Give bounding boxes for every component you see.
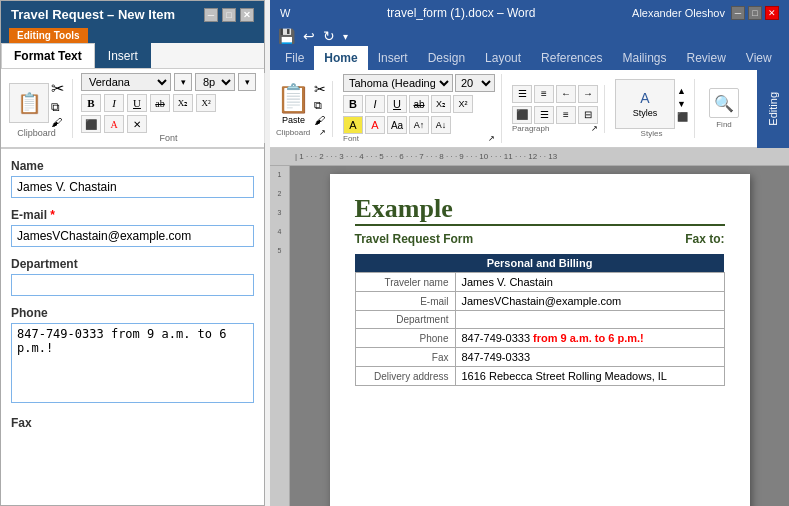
clear-format-button[interactable]: ✕ [127,115,147,133]
styles-down-icon[interactable]: ▼ [677,99,688,109]
tab-home[interactable]: Home [314,46,367,70]
doc-table: Personal and Billing Traveler name James… [355,254,725,386]
table-header: Personal and Billing [355,254,724,273]
minimize-button[interactable]: ─ [204,8,218,22]
word-strike-btn[interactable]: ab [409,95,429,113]
bullets-btn[interactable]: ☰ [512,85,532,103]
word-font-name-select[interactable]: Tahoma (Headings) [343,74,453,92]
align-right-btn[interactable]: ≡ [556,106,576,124]
word-copy-icon[interactable]: ⧉ [314,99,326,112]
email-input[interactable] [11,225,254,247]
tab-file[interactable]: File [275,46,314,70]
font-expand-icon[interactable]: ↗ [488,134,495,143]
tab-insert[interactable]: Insert [368,46,418,70]
department-input[interactable] [11,274,254,296]
delivery-value: 1616 Rebecca Street Rolling Meadows, IL [455,367,724,386]
strikethrough-button[interactable]: ab [150,94,170,112]
editing-badge[interactable]: Editing [761,88,785,130]
traveler-label: Traveler name [355,273,455,292]
word-shrink-btn[interactable]: A↓ [431,116,451,134]
redo-icon[interactable]: ↻ [323,28,335,44]
word-sub-btn[interactable]: X₂ [431,95,451,113]
email-field: E-mail * [11,208,254,247]
para-row1: ☰ ≡ ← → [512,85,598,103]
word-font-label: Font [343,134,359,143]
size-expand-icon[interactable]: ▾ [238,73,256,91]
word-aa-btn[interactable]: Aa [387,116,407,134]
indent-btn[interactable]: → [578,85,598,103]
font-name-select[interactable]: Verdana [81,73,171,91]
phone-textarea[interactable]: 847-749-0333 from 9 a.m. to 6 p.m.! [11,323,254,403]
word-format-painter-icon[interactable]: 🖌 [314,114,326,126]
ribbon-content: 📋 ✂ ⧉ 🖌 Clipboard Verdana ▾ [1,69,264,148]
email-required-marker: * [50,208,55,222]
font-color-button[interactable]: A [104,115,124,133]
para-row2: ⬛ ☰ ≡ ⊟ [512,106,598,124]
maximize-button[interactable]: □ [222,8,236,22]
word-highlight-btn[interactable]: A [343,116,363,134]
font-size-select[interactable]: 8pt [195,73,235,91]
font-size-expand-icon[interactable]: ▾ [174,73,192,91]
styles-arrows: ▲ ▼ ⬛ [677,86,688,122]
word-user-area: Alexander Oleshov ─ □ ✕ [632,6,779,20]
word-grow-btn[interactable]: A↑ [409,116,429,134]
tab-mailings[interactable]: Mailings [612,46,676,70]
quick-access-expand-icon[interactable]: ▾ [343,31,348,42]
close-button[interactable]: ✕ [240,8,254,22]
bold-button[interactable]: B [81,94,101,112]
word-ribbon-tabs: File Home Insert Design Layout Reference… [270,46,789,70]
email-label: E-mail * [11,208,254,222]
superscript-button[interactable]: X² [196,94,216,112]
format-painter-icon[interactable]: 🖌 [51,116,64,128]
styles-up-icon[interactable]: ▲ [677,86,688,96]
tab-developer[interactable]: Develop... [782,46,789,70]
word-italic-btn[interactable]: I [365,95,385,113]
search-button[interactable]: 🔍 [709,88,739,118]
window-controls: ─ □ ✕ [204,8,254,22]
word-paste-icon[interactable]: 📋 [276,82,311,115]
subscript-button[interactable]: X₂ [173,94,193,112]
paste-label: Paste [282,115,305,125]
word-bold-btn[interactable]: B [343,95,363,113]
word-close-btn[interactable]: ✕ [765,6,779,20]
word-minimize-btn[interactable]: ─ [731,6,745,20]
italic-button[interactable]: I [104,94,124,112]
tab-review[interactable]: Review [676,46,735,70]
clipboard-expand-icon[interactable]: ↗ [319,128,326,137]
cut-icon[interactable]: ✂ [51,79,64,98]
tab-design[interactable]: Design [418,46,475,70]
paste-button[interactable]: 📋 [9,83,49,123]
fax-label: Fax [11,416,254,430]
undo-icon[interactable]: ↩ [303,28,315,44]
tab-view[interactable]: View [736,46,782,70]
doc-scroll-area[interactable]: Example Travel Request Form Fax to: Pers… [290,166,789,506]
word-cut-icon[interactable]: ✂ [314,81,326,97]
para-expand-icon[interactable]: ↗ [591,124,598,133]
tab-insert[interactable]: Insert [95,43,151,68]
numbered-btn[interactable]: ≡ [534,85,554,103]
word-underline-btn[interactable]: U [387,95,407,113]
word-font-size-select[interactable]: 20 [455,74,495,92]
tab-layout[interactable]: Layout [475,46,531,70]
word-title: travel_form (1).docx – Word [290,6,632,20]
tab-format-text[interactable]: Format Text [1,43,95,68]
word-ribbon-row: 📋 Paste ✂ ⧉ 🖌 Clipboard ↗ [270,70,789,148]
tab-references[interactable]: References [531,46,612,70]
table-row: Traveler name James V. Chastain [355,273,724,292]
word-font-color-btn[interactable]: A [365,116,385,134]
align-left-btn[interactable]: ⬛ [512,106,532,124]
font-name-row: Verdana ▾ 8pt ▾ [81,73,256,91]
underline-button[interactable]: U [127,94,147,112]
align-center-btn[interactable]: ☰ [534,106,554,124]
text-highlight-button[interactable]: ⬛ [81,115,101,133]
outdent-btn[interactable]: ← [556,85,576,103]
styles-expand-icon[interactable]: ⬛ [677,112,688,122]
phone-value: 847-749-0333 from 9 a.m. to 6 p.m.! [455,329,724,348]
name-input[interactable] [11,176,254,198]
word-maximize-btn[interactable]: □ [748,6,762,20]
save-icon[interactable]: 💾 [278,28,295,44]
copy-icon[interactable]: ⧉ [51,100,64,114]
styles-button[interactable]: A Styles [615,79,675,129]
justify-btn[interactable]: ⊟ [578,106,598,124]
word-sup-btn[interactable]: X² [453,95,473,113]
